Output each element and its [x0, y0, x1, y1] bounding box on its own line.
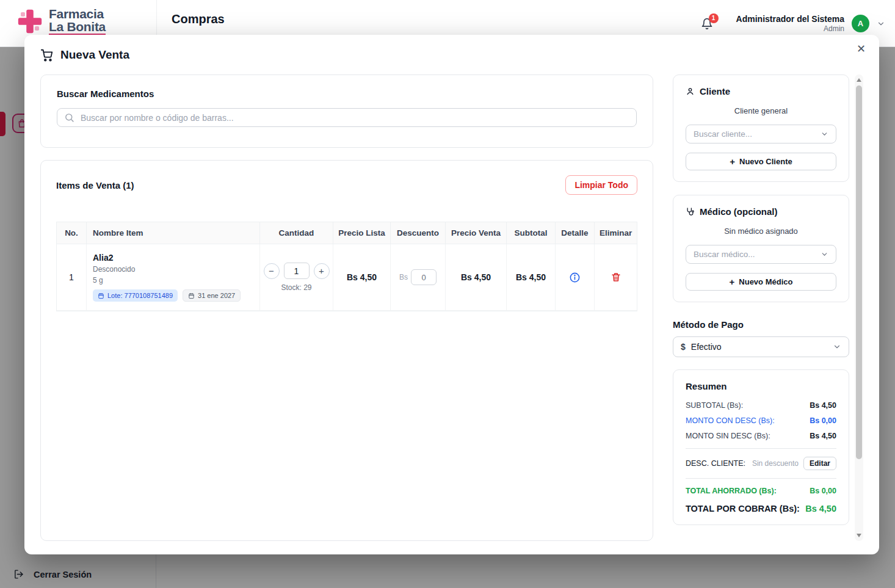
table-row: 1 Alia2 Desconocido 5 g — [57, 244, 637, 311]
user-role: Admin — [736, 24, 844, 34]
items-table-header: No. Nombre Item Cantidad Precio Lista De… — [57, 222, 637, 244]
brand-logo[interactable]: Farmacia La Bonita — [16, 7, 106, 35]
modal-body: Buscar Medicamentos Items de Venta (1) L… — [24, 62, 879, 554]
chevron-down-icon — [821, 130, 828, 138]
client-status: Cliente general — [686, 106, 836, 115]
payment-method-label: Método de Pago — [673, 319, 849, 330]
discount-input[interactable] — [411, 269, 437, 285]
modal-left-column: Buscar Medicamentos Items de Venta (1) L… — [40, 74, 653, 541]
items-card-title: Items de Venta (1) — [56, 180, 134, 191]
page-title: Compras — [172, 12, 225, 26]
sale-items-card: Items de Venta (1) Limpiar Todo No. Nomb… — [40, 160, 653, 541]
clear-all-button[interactable]: Limpiar Todo — [565, 175, 637, 195]
increase-quantity-button[interactable]: + — [314, 263, 330, 279]
edit-discount-button[interactable]: Editar — [803, 457, 836, 470]
user-name: Administrador del Sistema — [736, 14, 844, 24]
brand-line2: La Bonita — [49, 20, 106, 35]
scroll-up-arrow[interactable] — [857, 78, 861, 82]
sale-price: Bs 4,50 — [461, 272, 491, 282]
search-icon — [64, 112, 74, 123]
notifications-button[interactable]: 1 — [701, 18, 713, 30]
item-number: 1 — [57, 244, 86, 311]
trash-icon — [611, 272, 621, 283]
delete-item-button[interactable] — [611, 272, 621, 283]
quantity-input[interactable] — [284, 263, 310, 279]
scroll-down-arrow[interactable] — [857, 534, 861, 537]
payment-method-value: Efectivo — [691, 342, 827, 352]
doctor-card: Médico (opcional) Sin médico asignado Bu… — [673, 195, 849, 302]
detail-button[interactable] — [569, 272, 581, 283]
quantity-cell: − + Stock: 29 — [259, 244, 333, 311]
col-nombre: Nombre Item — [86, 222, 259, 244]
stethoscope-icon — [686, 207, 695, 216]
col-cantidad: Cantidad — [259, 222, 333, 244]
medicine-search-input[interactable] — [57, 108, 637, 127]
client-card: Cliente Cliente general Buscar cliente..… — [673, 74, 849, 182]
calendar-icon — [98, 292, 104, 299]
close-icon[interactable]: ✕ — [857, 42, 866, 56]
person-icon — [686, 87, 695, 96]
new-doctor-button[interactable]: + Nuevo Médico — [686, 273, 836, 291]
summary-divider — [686, 448, 836, 449]
item-brand: Desconocido — [93, 265, 135, 274]
modal-title: Nueva Venta — [60, 48, 129, 62]
modal-right-panel: Cliente Cliente general Buscar cliente..… — [673, 74, 863, 541]
item-name: Alia2 — [93, 253, 113, 263]
search-medicines-card: Buscar Medicamentos — [40, 74, 653, 148]
decrease-quantity-button[interactable]: − — [264, 263, 280, 279]
avatar[interactable]: A — [852, 15, 869, 32]
client-search-select[interactable]: Buscar cliente... — [686, 125, 836, 143]
col-detalle: Detalle — [555, 222, 594, 244]
summary-monto-sin-desc-row: MONTO SIN DESC (Bs): Bs 4,50 — [686, 432, 836, 440]
doctor-card-title: Médico (opcional) — [700, 206, 778, 217]
item-name-cell: Alia2 Desconocido 5 g — [86, 244, 259, 311]
list-price: Bs 4,50 — [347, 272, 377, 282]
chevron-down-icon — [833, 343, 841, 351]
doctor-status: Sin médico asignado — [686, 227, 836, 236]
item-presentation: 5 g — [93, 276, 103, 285]
client-card-title: Cliente — [700, 86, 730, 96]
col-eliminar: Eliminar — [594, 222, 637, 244]
stock-label: Stock: 29 — [281, 283, 311, 292]
lote-badge: Lote: 7770108751489 — [93, 289, 178, 302]
chevron-down-icon — [821, 250, 828, 258]
discount-status: Sin descuento — [752, 459, 799, 468]
expiry-badge: 31 ene 2027 — [183, 289, 241, 302]
user-info: Administrador del Sistema Admin — [736, 14, 844, 34]
plus-icon: + — [730, 277, 735, 287]
summary-monto-con-desc-row: MONTO CON DESC (Bs): Bs 0,00 — [686, 416, 836, 425]
doctor-search-select[interactable]: Buscar médico... — [686, 245, 836, 264]
summary-card: Resumen SUBTOTAL (Bs): Bs 4,50 MONTO CON… — [673, 369, 849, 525]
col-subtotal: Subtotal — [506, 222, 555, 244]
dollar-icon: $ — [681, 342, 686, 352]
info-icon — [569, 272, 581, 283]
col-precio-lista: Precio Lista — [333, 222, 390, 244]
modal-header: Nueva Venta ✕ — [24, 35, 879, 62]
col-descuento: Descuento — [390, 222, 445, 244]
total-due-row: TOTAL POR COBRAR (Bs): Bs 4,50 — [686, 504, 836, 514]
plus-icon: + — [730, 156, 735, 167]
discount-currency-prefix: Bs — [399, 273, 408, 281]
user-menu-chevron-icon[interactable] — [877, 20, 885, 28]
summary-subtotal-row: SUBTOTAL (Bs): Bs 4,50 — [686, 401, 836, 410]
brand-line1: Farmacia — [49, 7, 106, 20]
items-table: No. Nombre Item Cantidad Precio Lista De… — [56, 222, 637, 311]
summary-title: Resumen — [686, 381, 836, 391]
col-no: No. — [57, 222, 86, 244]
subtotal-value: Bs 4,50 — [516, 272, 546, 282]
client-discount-row: DESC. CLIENTE: Sin descuento Editar — [686, 457, 836, 470]
calendar-icon — [188, 292, 195, 299]
scrollbar-thumb[interactable] — [856, 85, 862, 459]
col-precio-venta: Precio Venta — [445, 222, 506, 244]
search-card-title: Buscar Medicamentos — [57, 89, 637, 99]
summary-divider — [686, 478, 836, 479]
new-sale-modal: Nueva Venta ✕ Buscar Medicamentos Ite — [24, 35, 879, 554]
pharmacy-cross-icon — [16, 7, 44, 35]
payment-method-select[interactable]: $ Efectivo — [673, 336, 849, 357]
new-client-button[interactable]: + Nuevo Cliente — [686, 153, 836, 170]
cart-icon — [40, 48, 54, 62]
total-saved-row: TOTAL AHORRADO (Bs): Bs 0,00 — [686, 487, 836, 495]
discount-cell: Bs — [390, 244, 445, 311]
modal-scrollbar[interactable] — [855, 74, 863, 541]
notification-badge: 1 — [709, 13, 719, 23]
